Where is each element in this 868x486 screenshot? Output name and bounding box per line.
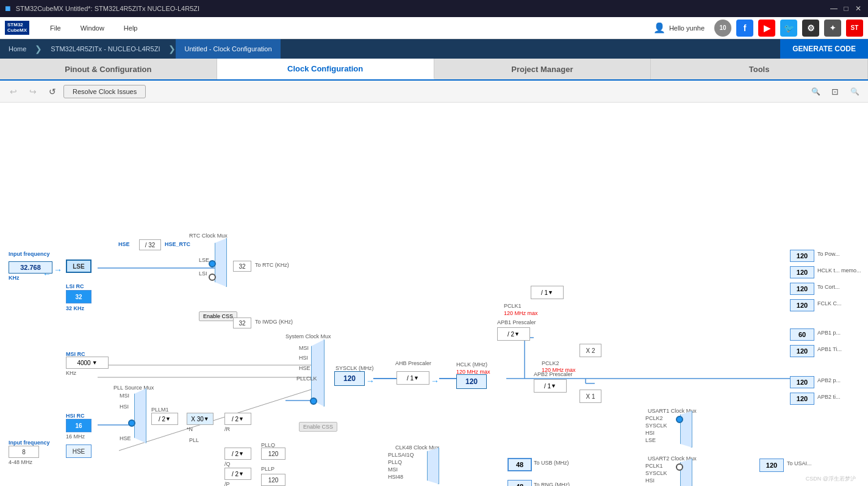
menu-window[interactable]: Window: [72, 22, 113, 34]
lse-mux-label: LSE: [199, 257, 209, 263]
input-freq-2-value[interactable]: 8: [9, 446, 39, 458]
pclk1-u2: PCLK1: [645, 463, 663, 469]
pll-q-select[interactable]: / 2 ▼: [224, 448, 251, 460]
lse-box[interactable]: LSE: [66, 259, 91, 273]
hse-rtc-label: HSE_RTC: [165, 241, 190, 247]
apb1-prescaler-label: APB1 Prescaler: [497, 319, 536, 325]
x1-box: X 1: [579, 390, 601, 403]
output-0-box: 120: [790, 250, 814, 262]
minimize-button[interactable]: —: [829, 4, 839, 13]
output-7-box: 120: [790, 393, 814, 405]
output-1-box: 120: [790, 266, 814, 278]
rng-value-box: 48: [508, 480, 532, 486]
tab-project[interactable]: Project Manager: [434, 59, 651, 79]
arrow-lse: →: [54, 265, 62, 275]
sys-hse-label: HSE: [299, 365, 310, 371]
pclk1-label: PCLK1: [504, 303, 522, 309]
breadcrumb-home[interactable]: Home: [0, 39, 35, 59]
tab-tools[interactable]: Tools: [651, 59, 868, 79]
sys-msi-label: MSI: [299, 345, 309, 351]
user-name: Hello yunhe: [669, 24, 705, 32]
hse-top-label: HSE: [118, 241, 130, 247]
output-3-box: 120: [790, 299, 814, 311]
hse-bottom-box[interactable]: HSE: [66, 444, 91, 458]
hsi-u1: HSI: [645, 430, 655, 436]
zoom-out-button[interactable]: 🔍: [846, 83, 863, 100]
tab-clock[interactable]: Clock Configuration: [217, 59, 434, 79]
apb1-div-select[interactable]: / 2 ▼: [497, 327, 530, 341]
usb-label: To USB (MHz): [534, 460, 569, 466]
msi-pll-label: MSI: [120, 393, 129, 399]
ahb-div-select[interactable]: / 1 ▼: [396, 371, 429, 385]
logo: STM32CubeMX: [5, 21, 29, 35]
title-bar: ■ STM32CubeMX Untitled*: STM32L4R5ZITx N…: [0, 0, 868, 17]
resolve-clock-issues-button[interactable]: Resolve Clock Issues: [63, 85, 146, 98]
pllm1-label: PLLM1: [151, 407, 169, 413]
x2-box: X 2: [579, 344, 601, 357]
lsi-unit: 32 KHz: [66, 305, 84, 311]
network-icon[interactable]: ✦: [824, 20, 841, 37]
breadcrumb-arrow-2: ❯: [168, 44, 176, 54]
menu-help[interactable]: Help: [115, 22, 146, 34]
menu-bar: STM32CubeMX File Window Help 👤 Hello yun…: [0, 17, 868, 39]
msi-value-select[interactable]: 4000 ▼: [66, 357, 109, 369]
menu-file[interactable]: File: [41, 22, 70, 34]
zoom-in-button[interactable]: 🔍: [807, 83, 824, 100]
pll-p-select[interactable]: / 2 ▼: [224, 468, 251, 480]
hse-div32-box[interactable]: / 32: [139, 239, 161, 250]
svg-line-13: [119, 390, 311, 451]
hsi-pll-radio[interactable]: [128, 419, 135, 427]
sysclk-arrow: →: [366, 376, 375, 386]
output-6-box: 120: [790, 376, 814, 388]
usart1-radio[interactable]: [676, 416, 683, 423]
generate-code-button[interactable]: GENERATE CODE: [780, 39, 868, 59]
pll-r-label: /R: [224, 426, 230, 432]
lsi-box[interactable]: 32: [66, 290, 91, 303]
pllm1-div-select[interactable]: / 2 ▼: [151, 413, 178, 425]
window-title: STM32CubeMX Untitled*: STM32L4R5ZITx NUC…: [16, 5, 199, 12]
pll-n-select[interactable]: X 30 ▼: [187, 413, 213, 425]
input-freq-2-label: Input frequency: [9, 440, 50, 446]
hsi-pll-label: HSI: [120, 404, 129, 410]
lsi-rc-label: LSI RC: [66, 283, 84, 289]
usart2-radio[interactable]: [676, 463, 683, 471]
tab-bar: Pinout & Configuration Clock Configurati…: [0, 59, 868, 81]
tab-pinout[interactable]: Pinout & Configuration: [0, 59, 217, 79]
enable-css-button[interactable]: Enable CSS: [199, 311, 237, 321]
facebook-icon[interactable]: f: [736, 20, 753, 37]
output-1-label: HCLK t... memo...: [817, 267, 861, 274]
breadcrumb-mcu[interactable]: STM32L4R5ZITx - NUCLEO-L4R5ZI: [42, 39, 168, 59]
undo-button[interactable]: ↩: [5, 83, 22, 100]
close-button[interactable]: ✕: [853, 4, 863, 13]
watermark: CSDN @浮生若梦沪: [806, 475, 856, 483]
lse-radio[interactable]: [209, 260, 216, 267]
output-5-box: 120: [790, 345, 814, 357]
output-5-label: APB1 Ti...: [817, 346, 842, 352]
pll-r-select[interactable]: / 2 ▼: [224, 413, 251, 425]
apb2-div-select[interactable]: / 1 ▼: [534, 379, 567, 393]
lsi-radio[interactable]: [209, 274, 216, 281]
maximize-button[interactable]: □: [841, 4, 851, 13]
pll-label: PLL: [189, 437, 199, 443]
canvas-area[interactable]: Input frequency 32.768 KHz → → LSE LSI R…: [0, 103, 868, 486]
github-icon[interactable]: ⚙: [802, 20, 819, 37]
rng-label: To RNG (MHz): [534, 482, 570, 486]
hsi48-label: HSI48: [388, 474, 403, 480]
pll-n-label: *N: [187, 426, 193, 432]
hclk-value[interactable]: 120: [456, 374, 487, 389]
refresh-button[interactable]: ↺: [44, 83, 61, 100]
pllclk-radio[interactable]: [310, 397, 317, 405]
breadcrumb-clock[interactable]: Untitled - Clock Configuration: [176, 39, 280, 59]
user-icon: 👤: [653, 22, 665, 34]
hsi-value-box[interactable]: 16: [66, 419, 91, 432]
fit-page-button[interactable]: ⊡: [827, 83, 844, 100]
social-icons: 10 f ▶ 🐦 ⚙ ✦ ST: [714, 20, 863, 37]
sysclk-u2: SYSCLK: [645, 470, 667, 476]
enable-css-2-button[interactable]: Enable CSS: [299, 422, 337, 432]
output-2-box: 120: [790, 283, 814, 295]
twitter-icon[interactable]: 🐦: [780, 20, 797, 37]
sysclk-value[interactable]: 120: [334, 371, 365, 386]
youtube-icon[interactable]: ▶: [758, 20, 775, 37]
redo-button[interactable]: ↪: [24, 83, 41, 100]
hclk-div1-select[interactable]: / 1 ▼: [531, 286, 564, 299]
